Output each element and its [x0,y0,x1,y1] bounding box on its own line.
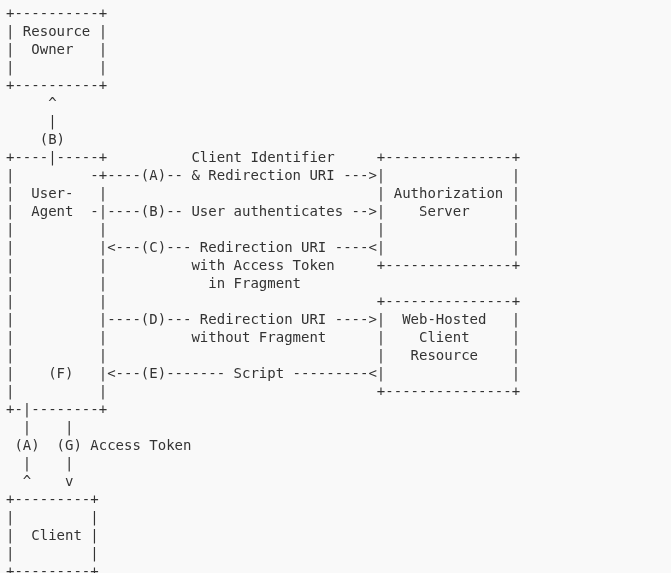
oauth-implicit-flow-diagram: +----------+ | Resource | | Owner | | | … [0,0,671,573]
